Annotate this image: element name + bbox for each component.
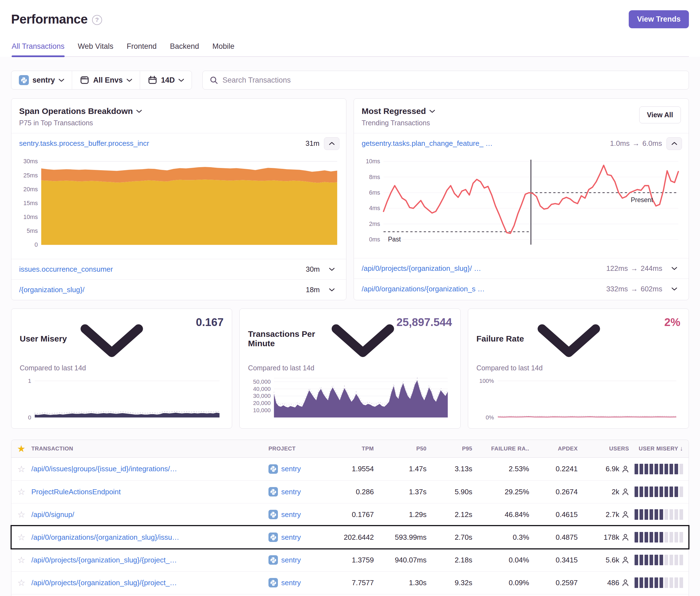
- page-header: Performance ? View Trends All Transactio…: [0, 0, 700, 57]
- col-project[interactable]: PROJECT: [269, 445, 328, 452]
- project-link[interactable]: sentry: [281, 556, 301, 564]
- svg-text:Present: Present: [631, 196, 653, 204]
- apdex-cell: 0.4875: [529, 533, 578, 542]
- star-outline-icon[interactable]: ☆: [18, 555, 26, 565]
- most-regressed-panel: Most Regressed Trending Transactions Vie…: [354, 98, 689, 300]
- col-tpm[interactable]: TPM: [328, 445, 374, 452]
- collapse-button[interactable]: [667, 137, 682, 150]
- python-project-icon: [269, 510, 278, 519]
- expand-chevron-icon[interactable]: [667, 287, 682, 291]
- tpm-cell: 7.7577: [328, 578, 374, 587]
- table-row[interactable]: ☆ ProjectRuleActionsEndpoint sentry 0.28…: [11, 481, 689, 503]
- user-misery-cell: [629, 532, 689, 543]
- project-link[interactable]: sentry: [281, 488, 301, 496]
- user-misery-card-title[interactable]: User Misery: [20, 316, 153, 361]
- environment-filter[interactable]: All Envs: [72, 71, 140, 89]
- user-misery-cell: [629, 577, 689, 588]
- span-link[interactable]: /{organization_slug}/: [19, 286, 301, 294]
- user-icon: [622, 511, 629, 518]
- star-outline-icon[interactable]: ☆: [18, 487, 26, 497]
- chevron-down-icon: [527, 316, 610, 361]
- table-row[interactable]: ☆ /api/0/organizations/{organization_slu…: [11, 594, 689, 596]
- transaction-link[interactable]: /api/0/organizations/{organization_s …: [361, 285, 602, 293]
- col-transaction[interactable]: TRANSACTION: [31, 445, 269, 452]
- star-outline-icon[interactable]: ☆: [18, 532, 26, 543]
- table-row[interactable]: ☆ /api/0/projects/{organization_slug}/{p…: [11, 571, 689, 594]
- arrow-right-icon: →: [631, 285, 638, 293]
- tab-frontend[interactable]: Frontend: [127, 42, 157, 56]
- transaction-link[interactable]: /api/0/issues|groups/{issue_id}/integrat…: [31, 465, 269, 473]
- span-breakdown-title[interactable]: Span Operations Breakdown: [19, 106, 142, 116]
- transaction-link[interactable]: /api/0/projects/{organization_slug}/{pro…: [31, 556, 269, 564]
- svg-text:20ms: 20ms: [23, 186, 38, 193]
- apdex-cell: 0.2241: [529, 465, 578, 473]
- failure-rate-cell: 29.25%: [472, 488, 529, 496]
- project-link[interactable]: sentry: [281, 465, 301, 473]
- col-p50[interactable]: P50: [374, 445, 427, 452]
- date-range-filter[interactable]: 14D: [140, 71, 192, 89]
- expand-chevron-icon[interactable]: [324, 267, 340, 271]
- project-filter[interactable]: sentry: [11, 71, 72, 89]
- python-project-icon: [269, 464, 278, 474]
- table-row[interactable]: ☆ /api/0/projects/{organization_slug}/{p…: [11, 549, 689, 571]
- view-trends-button[interactable]: View Trends: [629, 10, 689, 28]
- p50-cell: 1.37s: [374, 488, 427, 496]
- span-duration: 18m: [306, 286, 320, 294]
- transaction-link[interactable]: getsentry.tasks.plan_change_feature_ …: [361, 139, 605, 148]
- help-icon[interactable]: ?: [92, 15, 102, 25]
- transaction-link[interactable]: /api/0/organizations/{organization_slug}…: [31, 533, 269, 542]
- user-icon: [622, 556, 629, 564]
- tab-all-transactions[interactable]: All Transactions: [11, 42, 65, 56]
- tab-mobile[interactable]: Mobile: [212, 42, 234, 56]
- expand-chevron-icon[interactable]: [324, 288, 340, 292]
- table-row[interactable]: ☆ /api/0/issues|groups/{issue_id}/integr…: [11, 458, 689, 481]
- tpm-cell: 1.3759: [328, 556, 374, 564]
- chevron-down-icon: [136, 109, 142, 113]
- project-link[interactable]: sentry: [281, 578, 301, 587]
- card-subtitle: Compared to last 14d: [20, 364, 224, 372]
- col-users[interactable]: USERS: [578, 445, 629, 452]
- star-outline-icon[interactable]: ☆: [18, 509, 26, 520]
- table-row-selected[interactable]: ☆ /api/0/organizations/{organization_slu…: [11, 526, 689, 549]
- star-filled-icon[interactable]: ★: [18, 444, 25, 454]
- search-input[interactable]: [222, 76, 682, 84]
- span-link[interactable]: sentry.tasks.process_buffer.process_incr: [19, 139, 301, 148]
- arrow-right-icon: →: [632, 139, 640, 148]
- tab-backend[interactable]: Backend: [170, 42, 199, 56]
- most-regressed-title[interactable]: Most Regressed: [361, 106, 435, 116]
- from-duration: 1.0ms: [610, 139, 629, 148]
- python-project-icon: [269, 487, 278, 496]
- col-apdex[interactable]: APDEX: [529, 445, 578, 452]
- star-outline-icon[interactable]: ☆: [18, 464, 26, 474]
- project-link[interactable]: sentry: [281, 510, 301, 519]
- failure-rate-cell: 0.04%: [472, 556, 529, 564]
- col-failure-rate[interactable]: FAILURE RA..: [472, 445, 529, 452]
- svg-text:10ms: 10ms: [23, 214, 38, 221]
- transaction-link[interactable]: /api/0/projects/{organization_slug}/ …: [361, 264, 602, 273]
- user-misery-card: User Misery 0.167 Compared to last 14d 1…: [11, 309, 232, 429]
- star-outline-icon[interactable]: ☆: [18, 577, 26, 588]
- col-p95[interactable]: P95: [427, 445, 472, 452]
- to-duration: 6.0ms: [642, 139, 662, 148]
- transaction-link[interactable]: /api/0/projects/{organization_slug}/{pro…: [31, 578, 269, 587]
- collapse-button[interactable]: [324, 137, 340, 150]
- span-breakdown-chart: 30ms25ms20ms15ms10ms5ms0: [11, 154, 346, 259]
- tpm-card-title[interactable]: Transactions Per Minute: [248, 316, 396, 361]
- page-filter-bar: sentry All Envs 14D: [11, 71, 192, 89]
- transaction-link[interactable]: /api/0/signup/: [31, 510, 269, 519]
- view-all-button[interactable]: View All: [639, 106, 681, 123]
- expand-chevron-icon[interactable]: [667, 267, 682, 270]
- span-link[interactable]: issues.occurrence_consumer: [19, 265, 301, 274]
- failure-rate-card-title[interactable]: Failure Rate: [476, 316, 611, 361]
- tpm-cell: 0.286: [328, 488, 374, 496]
- svg-text:0: 0: [35, 241, 38, 248]
- project-link[interactable]: sentry: [281, 533, 301, 542]
- table-row[interactable]: ☆ /api/0/signup/ sentry 0.1767 1.29s 2.1…: [11, 503, 689, 526]
- tab-web-vitals[interactable]: Web Vitals: [78, 42, 114, 56]
- transaction-link[interactable]: ProjectRuleActionsEndpoint: [31, 488, 269, 496]
- chevron-down-icon: [329, 316, 397, 361]
- col-user-misery[interactable]: USER MISERY↓: [629, 445, 689, 452]
- svg-text:100%: 100%: [479, 378, 494, 384]
- environment-icon: [80, 75, 90, 85]
- svg-text:25ms: 25ms: [23, 172, 38, 179]
